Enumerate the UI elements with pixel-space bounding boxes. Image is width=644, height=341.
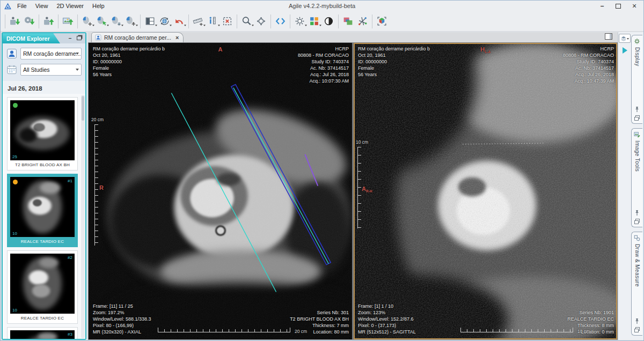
series-thumbnail-4[interactable]: #3: [7, 327, 78, 339]
overlay-line: Oct 20, 1961: [93, 52, 165, 58]
minimize-icon[interactable]: [594, 1, 610, 11]
brightness-button[interactable]: [292, 14, 307, 29]
zoom-button[interactable]: [239, 14, 254, 29]
main-toolbar: [1, 11, 643, 32]
mouse-move-icon: [125, 16, 136, 27]
overlay-line: Study ID: 740374: [563, 58, 614, 65]
right-panel-strip: Display Image Tools Draw & Measure: [618, 32, 643, 340]
undo-button[interactable]: [172, 14, 186, 29]
pin-icon[interactable]: [634, 210, 640, 216]
study-tab[interactable]: RM coração derrame per...: [91, 32, 184, 42]
panel-title: DICOM Explorer: [3, 33, 60, 43]
overlay-line: Study ID: 740374: [298, 58, 349, 65]
maximize-icon[interactable]: [610, 1, 626, 11]
fusion-button[interactable]: [341, 14, 355, 29]
sagittal-mri-image: [354, 43, 617, 339]
cursor-3d-button[interactable]: [355, 14, 370, 29]
rotate-3d-button[interactable]: [157, 14, 172, 29]
annotation-move-button[interactable]: [206, 14, 220, 29]
scrollbar-thumb[interactable]: [82, 96, 84, 121]
tab-image-tools[interactable]: Image Tools: [631, 128, 642, 227]
patient-icon: [6, 48, 17, 59]
series-thumbnail-2-selected[interactable]: #1 10 REALCE TARDIO EC: [7, 174, 78, 247]
viewport-sagittal[interactable]: RM coração derrame pericárdio bOct 20, 1…: [354, 43, 617, 339]
overlay-line: Ac. Nb: 37414517: [298, 65, 349, 71]
app-window: File View 2D Viewer Help Agile v4.2.2-my…: [0, 0, 644, 341]
horizontal-ruler: [460, 329, 573, 332]
panel-expand-arrow[interactable]: [623, 47, 627, 54]
mouse-move-button[interactable]: [123, 14, 138, 29]
menu-file[interactable]: File: [17, 3, 27, 9]
overlay-line: Thickness: 7 mm: [290, 322, 349, 329]
layout-button[interactable]: [143, 14, 157, 29]
import-study-button[interactable]: [8, 14, 22, 29]
mouse-pan-icon: [82, 16, 93, 27]
menu-2d-viewer[interactable]: 2D Viewer: [56, 3, 84, 9]
clear-selection-button[interactable]: [220, 14, 235, 29]
series-thumbnail-1[interactable]: 25 T2 BRIGHT BLOOD AX BH: [7, 97, 78, 171]
sidebar-scrollbar[interactable]: [81, 95, 85, 338]
orientation-marker-side: R: [99, 184, 104, 191]
overlay-line: Window/Level: 588.1/338.3: [93, 316, 151, 322]
tab-label: Image Tools: [634, 140, 640, 172]
viewport-container: RM coração derrame pericárdio bOct 20, 1…: [88, 42, 618, 340]
panel-restore-icon[interactable]: [76, 35, 83, 41]
mouse-pointer-button[interactable]: [94, 14, 109, 29]
mouse-pan-button[interactable]: [80, 14, 94, 29]
volume-3d-button[interactable]: [375, 14, 389, 29]
series-badge: #1: [68, 179, 72, 183]
status-dot-green: [13, 103, 18, 108]
series-stack-button[interactable]: [619, 34, 631, 43]
tab-display[interactable]: Display: [631, 35, 642, 124]
export-image-button[interactable]: [61, 14, 75, 29]
mouse-stack-icon: [111, 16, 122, 27]
frame-count: 10: [12, 308, 17, 313]
tab-close-icon[interactable]: [175, 34, 179, 41]
pin-icon[interactable]: [634, 318, 640, 324]
viewport-layout-button[interactable]: [605, 33, 613, 40]
mouse-pointer-icon: [96, 16, 107, 27]
import-disc-icon: [24, 16, 35, 27]
measure-move-button[interactable]: [191, 14, 206, 29]
thumbnail-image: [10, 177, 75, 237]
overlay-line: Series Nb: 1901: [567, 309, 614, 316]
overlay-line: Zoom: 123%: [358, 309, 416, 316]
float-panel-icon[interactable]: [634, 115, 640, 121]
overlay-line: Female: [93, 65, 165, 71]
color-palette-button[interactable]: [307, 14, 321, 29]
thumbnail-image: [10, 330, 75, 339]
overlay-line: Pixel: 0 - (37,173): [358, 322, 416, 329]
overlay-line: ID: 00000000: [93, 58, 165, 65]
vertical-ruler: [94, 124, 98, 246]
studies-dropdown[interactable]: All Studies: [20, 64, 82, 76]
overlay-line: Frame: [11] 11 / 25: [93, 303, 151, 309]
menu-help[interactable]: Help: [92, 3, 105, 9]
tab-draw-measure[interactable]: Draw & Measure: [631, 232, 642, 336]
panel-minimize-icon[interactable]: [67, 35, 74, 41]
compare-button[interactable]: [273, 14, 288, 29]
viewport-axial[interactable]: RM coração derrame pericárdio bOct 20, 1…: [89, 43, 352, 339]
rotate-3d-icon: [159, 16, 170, 27]
calendar-icon: [6, 64, 17, 75]
float-panel-icon[interactable]: [634, 218, 640, 225]
overlay-line: Series Nb: 301: [290, 309, 349, 316]
vertical-ruler: [357, 147, 361, 228]
export-study-button[interactable]: [41, 14, 56, 29]
tab-label: Display: [634, 47, 640, 66]
contrast-button[interactable]: [321, 14, 336, 29]
compare-icon: [275, 16, 286, 27]
series-thumbnail-3[interactable]: #2 10 REALCE TARDIO EC: [7, 250, 78, 324]
patient-dropdown[interactable]: RM coração derrame...: [20, 48, 82, 60]
import-disc-button[interactable]: [22, 14, 36, 29]
status-dot-orange: [13, 180, 18, 184]
series-label: REALCE TARDIO EC: [10, 237, 75, 245]
close-icon[interactable]: [626, 1, 642, 11]
mouse-stack-button[interactable]: [109, 14, 123, 29]
float-panel-icon[interactable]: [634, 327, 640, 333]
measure-move-icon: [193, 16, 204, 27]
overlay-line: Frame: [1] 1 / 10: [358, 303, 416, 309]
pin-icon[interactable]: [634, 106, 640, 113]
main-area: RM coração derrame per...: [88, 32, 618, 340]
menu-view[interactable]: View: [35, 3, 48, 9]
pan-zoom-button[interactable]: [254, 14, 268, 29]
